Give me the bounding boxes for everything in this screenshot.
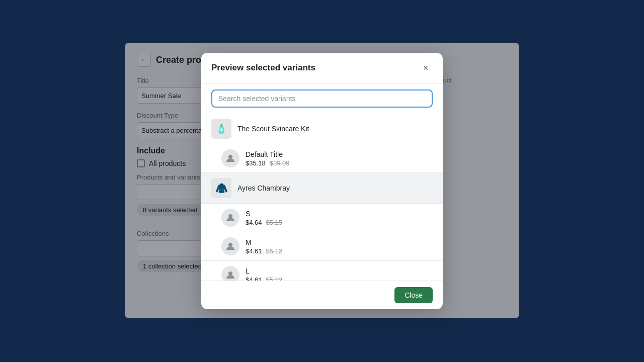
scout-skincare-name: The Scout Skincare Kit [237,125,309,133]
variant-l-price: $4.61 [246,276,262,281]
modal-title: Preview selected variants [211,63,315,73]
variant-m-info: M $4.61 $5.12 [246,238,433,255]
modal-search-container [201,83,443,114]
svg-point-0 [228,155,232,159]
variant-s-info: S $4.64 $5.15 [246,210,433,226]
modal-close-button[interactable]: × [419,61,433,75]
variant-m-original-price: $5.12 [266,247,283,255]
product-list[interactable]: 🧴 The Scout Skincare Kit Default Title $… [201,114,443,281]
variant-default-title-prices: $35.18 $39.09 [246,159,433,167]
variant-row-s: S $4.64 $5.15 [201,204,443,232]
variant-m-price: $4.61 [246,247,262,255]
variant-row-default-title: Default Title $35.18 $39.09 [201,144,443,173]
variant-default-title-price: $35.18 [246,159,266,167]
variant-l-original-price: $5.12 [266,276,283,281]
variant-l-info: L $4.61 $5.12 [246,267,433,281]
product-group-ayres-chambray: 🧥 Ayres Chambray [201,173,443,204]
scout-skincare-thumbnail: 🧴 [211,119,231,139]
variant-default-title-info: Default Title $35.18 $39.09 [246,150,433,167]
modal-header: Preview selected variants × [201,53,443,83]
ayres-chambray-thumbnail: 🧥 [211,178,231,198]
variant-s-name: S [246,210,433,218]
preview-variants-modal: Preview selected variants × 🧴 The Scout … [201,53,443,309]
variant-s-original-price: $5.15 [266,219,283,226]
svg-point-2 [228,243,232,247]
variant-s-prices: $4.64 $5.15 [246,219,433,226]
variant-l-thumb [221,266,239,281]
svg-point-3 [228,272,232,276]
modal-overlay: Preview selected variants × 🧴 The Scout … [0,0,644,362]
variant-row-m: M $4.61 $5.12 [201,232,443,261]
modal-close-footer-button[interactable]: Close [394,287,433,303]
modal-footer: Close [201,281,443,309]
variant-s-price: $4.64 [246,219,262,226]
svg-point-1 [228,214,232,218]
variant-default-title-thumb [221,149,239,167]
variant-s-thumb [221,209,239,227]
product-group-scout-skincare: 🧴 The Scout Skincare Kit [201,114,443,144]
variant-l-prices: $4.61 $5.12 [246,276,433,281]
variant-m-thumb [221,237,239,255]
variant-l-name: L [246,267,433,275]
variant-default-title-name: Default Title [246,150,433,158]
variant-m-prices: $4.61 $5.12 [246,247,433,255]
ayres-chambray-name: Ayres Chambray [237,184,290,192]
variant-m-name: M [246,238,433,246]
variant-default-title-original-price: $39.09 [270,159,290,167]
variant-row-l: L $4.61 $5.12 [201,261,443,281]
search-input[interactable] [211,89,433,108]
